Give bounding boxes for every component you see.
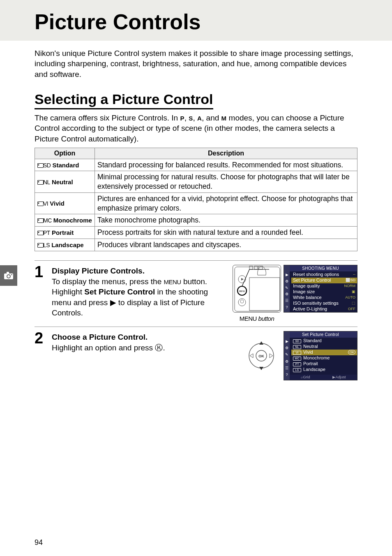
picture-control-icon: MC — [37, 217, 52, 224]
title-band: Picture Controls — [0, 0, 392, 41]
svg-point-22 — [7, 275, 10, 278]
pc-option-label: SD Standard — [293, 338, 322, 343]
svg-rect-9 — [249, 278, 280, 310]
section-title: Selecting a Picture Control — [35, 91, 213, 109]
menu-tab-icon: ✎ — [285, 286, 289, 290]
table-row: VIVividPictures are enhanced for a vivid… — [35, 192, 357, 214]
screen2-grid-label: ⌕Grid — [301, 375, 310, 380]
step-1-number: 1 — [35, 265, 48, 319]
sep-3: , and — [202, 114, 221, 122]
section-paragraph: The camera offers six Picture Controls. … — [35, 113, 357, 144]
picture-control-option: NL Neutral — [291, 344, 357, 350]
mode-p: P — [180, 115, 184, 122]
page-title: Picture Controls — [35, 11, 392, 33]
menu-item: ISO sensitivity settings⬚ — [291, 301, 357, 306]
option-label: Landscape — [51, 241, 83, 248]
table-row: SDStandardStandard processing for balanc… — [35, 159, 357, 171]
menu-item: Reset shooting options-- — [291, 272, 357, 278]
table-row: NLNeutralMinimal processing for natural … — [35, 171, 357, 193]
menu-item-value: ⬜SD — [346, 278, 355, 283]
option-label: Vivid — [50, 200, 65, 207]
menu-tab-icon: ? — [285, 305, 289, 309]
option-cell: MCMonochrome — [35, 214, 95, 227]
menu-tab-icon: ☰ — [285, 366, 289, 370]
option-label: Monochrome — [53, 217, 92, 224]
camera-icon — [4, 271, 14, 280]
side-tab — [0, 265, 17, 286]
description-cell: Take monochrome photographs. — [95, 214, 357, 227]
step-2-number: 2 — [35, 331, 48, 353]
mode-m: M — [221, 115, 227, 122]
divider — [35, 327, 357, 327]
menu-caption-suffix: button — [257, 315, 274, 322]
ok-badge: OK — [348, 350, 355, 354]
menu-item-label: Set Picture Control — [293, 278, 331, 283]
option-cell: VIVivid — [35, 192, 95, 214]
camera-back-diagram: MENU — [233, 265, 281, 313]
description-cell: Standard processing for balanced results… — [95, 159, 357, 171]
description-cell: Produces vibrant landscapes and cityscap… — [95, 239, 357, 251]
menu-item-value: OFF — [348, 306, 355, 312]
section-text-pre: The camera offers six Picture Controls. … — [35, 114, 180, 122]
screen1-title: SHOOTING MENU — [284, 265, 357, 271]
menu-item-value: NORM — [344, 283, 356, 289]
menu-item-label: Image quality — [293, 283, 320, 289]
menu-caption-label: MENU — [240, 315, 257, 322]
pc-option-label: PT Portrait — [293, 361, 318, 366]
menu-item: Image size▣ — [291, 289, 357, 295]
step1-text-pre: To display the menus, press the — [52, 277, 164, 286]
description-cell: Minimal processing for natural results. … — [95, 171, 357, 193]
svg-marker-15 — [259, 341, 263, 345]
step-1-text: To display the menus, press the MENU but… — [52, 276, 225, 319]
menu-item-label: Active D-Lighting — [293, 306, 327, 312]
step-1-title: Display Picture Controls. — [52, 266, 225, 276]
picture-control-icon: LS — [37, 242, 50, 248]
intro-paragraph: Nikon's unique Picture Control system ma… — [35, 48, 357, 80]
menu-item: Set Picture Control⬜SD — [291, 278, 357, 283]
option-label: Portrait — [52, 229, 74, 236]
pc-option-label: VI Vivid — [293, 350, 313, 355]
svg-rect-1 — [249, 266, 253, 269]
picture-control-icon: PT — [37, 229, 50, 236]
option-cell: NLNeutral — [35, 171, 95, 193]
pc-option-label: NL Neutral — [293, 344, 318, 349]
menu-item-value: AUTO — [345, 295, 355, 300]
description-cell: Pictures are enhanced for a vivid, photo… — [95, 192, 357, 214]
screen2-adjust-label: ▶Adjust — [332, 375, 346, 380]
page-number: 94 — [35, 538, 43, 547]
description-cell: Process portraits for skin with natural … — [95, 227, 357, 239]
menu-tab-icon: ▶ — [285, 273, 289, 277]
pc-option-label: LS Landscape — [293, 367, 325, 372]
option-cell: PTPortrait — [35, 227, 95, 239]
option-cell: SDStandard — [35, 159, 95, 171]
svg-marker-17 — [250, 354, 253, 358]
step-1-row: 1 Display Picture Controls. To display t… — [35, 265, 357, 322]
table-row: LSLandscapeProduces vibrant landscapes a… — [35, 239, 357, 251]
sep-1: , — [184, 114, 189, 122]
picture-control-option: PT Portrait — [291, 361, 357, 367]
picture-control-option: VI VividOK — [291, 350, 357, 355]
svg-marker-18 — [270, 354, 273, 358]
option-label: Standard — [52, 162, 79, 169]
options-table: Option Description SDStandardStandard pr… — [35, 148, 357, 251]
menu-tab-icon: ⚙ — [285, 359, 289, 364]
picture-control-icon: VI — [37, 200, 48, 207]
svg-line-10 — [242, 269, 249, 286]
divider — [35, 260, 357, 261]
menu-tab-icon: ✎ — [285, 352, 289, 357]
options-header-option: Option — [35, 148, 95, 159]
picture-control-option: MC Monochrome — [291, 355, 357, 361]
menu-item-value: ⬚ — [352, 301, 355, 306]
menu-item: White balanceAUTO — [291, 295, 357, 301]
svg-rect-0 — [235, 267, 280, 311]
svg-rect-23 — [11, 274, 12, 275]
table-row: MCMonochromeTake monochrome photographs. — [35, 214, 357, 227]
svg-marker-5 — [241, 278, 244, 280]
svg-text:MENU: MENU — [239, 290, 245, 292]
menu-tab-icon: ▶ — [285, 339, 289, 343]
options-header-description: Description — [95, 148, 357, 159]
menu-tab-icon: ☰ — [285, 299, 289, 303]
set-picture-control-screen: Set Picture Control ▶⚙✎⚙☰? SD StandardNL… — [284, 331, 357, 380]
option-cell: LSLandscape — [35, 239, 95, 251]
option-label: Neutral — [52, 178, 73, 185]
